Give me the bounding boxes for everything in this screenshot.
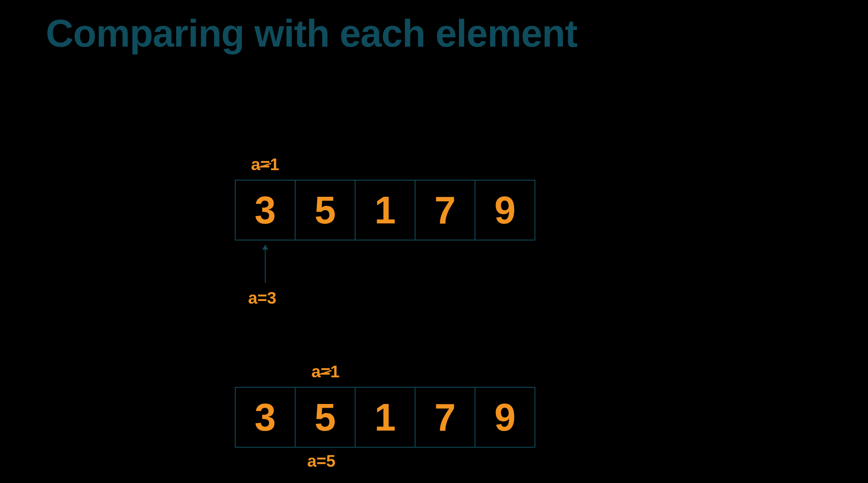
- array-cell: 7: [415, 180, 475, 240]
- row0-top-annotation: a=1: [251, 155, 279, 174]
- array-cell: 9: [475, 180, 535, 240]
- array-cell: 9: [475, 387, 535, 448]
- array-row-0: 3 5 1 7 9: [235, 180, 535, 240]
- array-cell: 7: [415, 387, 475, 448]
- slide-title: Comparing with each element: [46, 12, 577, 55]
- array-cell: 1: [355, 180, 415, 240]
- row1-bottom-annotation: a=5: [307, 452, 336, 471]
- array-cell: 3: [235, 387, 296, 448]
- array-cell: 5: [295, 387, 356, 448]
- row1-top-annotation: a=1: [311, 362, 340, 381]
- array-cell: 5: [295, 180, 356, 240]
- row0-arrow-icon: [265, 245, 266, 283]
- array-cell: 1: [355, 387, 415, 448]
- array-cell: 3: [235, 180, 296, 240]
- array-row-1: 3 5 1 7 9: [235, 387, 535, 448]
- row0-bottom-annotation: a=3: [248, 289, 276, 307]
